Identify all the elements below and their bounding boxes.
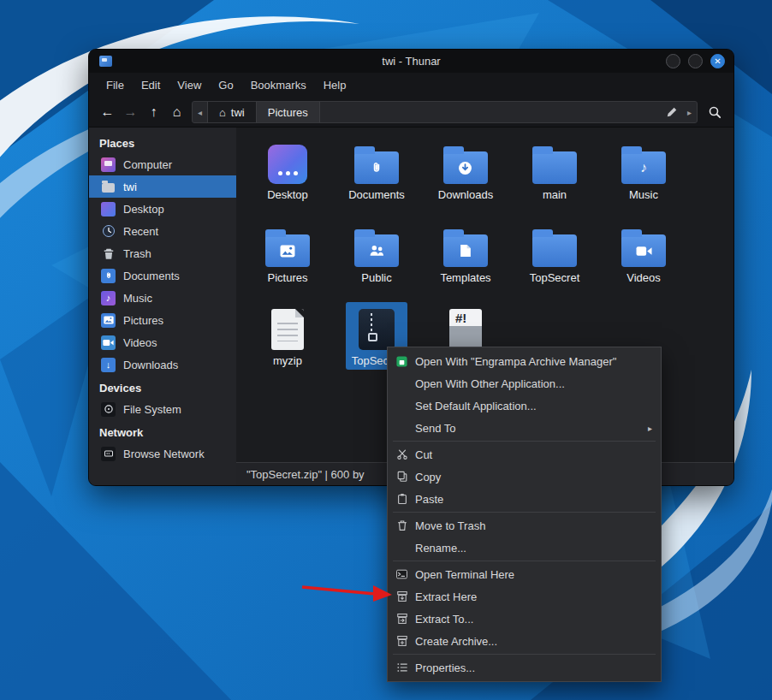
sidebar-item-music[interactable]: ♪ Music: [89, 287, 236, 309]
maximize-button[interactable]: [688, 54, 703, 68]
file-item-main[interactable]: main: [510, 136, 599, 219]
menu-item-set-default-application[interactable]: Set Default Application...: [388, 394, 661, 417]
file-item-music[interactable]: ♪ Music: [599, 136, 688, 219]
sidebar-item-label: File System: [123, 403, 181, 416]
sidebar-header-network: Network: [89, 420, 236, 442]
menu-item-create-archive[interactable]: Create Archive...: [388, 630, 661, 652]
sidebar-item-computer[interactable]: Computer: [89, 153, 236, 175]
menu-help[interactable]: Help: [315, 75, 355, 95]
desktop-folder-icon: [268, 145, 307, 184]
file-item-pictures[interactable]: Pictures: [243, 219, 332, 302]
extract-here-icon: [395, 590, 409, 604]
drive-icon: [101, 402, 116, 417]
sidebar-item-trash[interactable]: Trash: [89, 242, 236, 264]
home-crumb-icon: ⌂: [219, 106, 226, 119]
plain-folder-icon: [532, 151, 577, 184]
minimize-button[interactable]: [666, 54, 680, 68]
engrampa-icon: [395, 354, 409, 369]
menu-item-copy[interactable]: Copy: [388, 466, 661, 488]
file-item-documents[interactable]: Documents: [332, 136, 421, 219]
window-title: twi - Thunar: [89, 55, 733, 68]
menu-item-paste[interactable]: Paste: [388, 488, 661, 510]
menu-item-extract-here[interactable]: Extract Here: [388, 585, 661, 608]
file-item-myzip[interactable]: myzip: [243, 302, 332, 385]
file-item-downloads[interactable]: Downloads: [421, 136, 510, 219]
sidebar-item-label: Music: [123, 292, 152, 305]
breadcrumb-pictures-label: Pictures: [268, 106, 308, 119]
menu-item-cut[interactable]: Cut: [388, 443, 661, 466]
sidebar-item-label: Desktop: [123, 203, 164, 216]
menu-separator: [393, 512, 656, 513]
sidebar-item-label: Recent: [123, 225, 158, 238]
trash-icon: [395, 519, 409, 533]
file-label: Templates: [440, 271, 490, 284]
sidebar-item-desktop[interactable]: Desktop: [89, 198, 236, 220]
menu-edit[interactable]: Edit: [133, 75, 169, 95]
copy-icon: [395, 470, 409, 484]
file-label: Music: [629, 188, 658, 201]
network-icon: [101, 447, 116, 461]
menu-item-move-to-trash[interactable]: Move to Trash: [388, 514, 661, 537]
breadcrumb-home[interactable]: ⌂ twi: [207, 102, 257, 122]
breadcrumb-pictures[interactable]: Pictures: [257, 102, 320, 122]
documents-folder-icon: [354, 151, 399, 184]
titlebar[interactable]: twi - Thunar ✕: [89, 50, 733, 73]
file-item-templates[interactable]: Templates: [421, 219, 510, 302]
sidebar-item-videos[interactable]: Videos: [89, 331, 236, 353]
menu-item-properties[interactable]: Properties...: [388, 656, 661, 679]
toolbar: ← → ↑ ⌂ ◂ ⌂ twi Pictures ▸: [89, 98, 733, 128]
properties-icon: [395, 661, 409, 675]
videos-folder-icon: [621, 234, 666, 267]
file-item-desktop[interactable]: Desktop: [243, 136, 332, 219]
sidebar-item-recent[interactable]: Recent: [89, 220, 236, 242]
sidebar-item-label: Computer: [123, 158, 172, 171]
menu-go[interactable]: Go: [210, 75, 241, 95]
crumbs-scroll-left-icon[interactable]: ◂: [193, 108, 207, 117]
file-label: myzip: [273, 354, 302, 367]
file-label: main: [543, 188, 567, 201]
cut-icon: [395, 448, 409, 462]
crumbs-scroll-right-icon[interactable]: ▸: [682, 108, 697, 117]
path-bar: ◂ ⌂ twi Pictures ▸: [192, 101, 698, 123]
sidebar: Places Computer twi Desktop Recent: [89, 128, 236, 485]
menu-view[interactable]: View: [169, 75, 210, 95]
breadcrumb-home-label: twi: [231, 106, 245, 119]
file-label: Videos: [627, 271, 661, 284]
sidebar-item-documents[interactable]: Documents: [89, 264, 236, 287]
pictures-folder-icon: [265, 234, 310, 267]
home-icon[interactable]: ⌂: [165, 101, 188, 123]
menu-item-open-with-engrampa[interactable]: Open With "Engrampa Archive Manager": [388, 350, 661, 372]
music-note-icon: ♪: [640, 161, 647, 175]
menu-item-extract-to[interactable]: Extract To...: [388, 608, 661, 630]
sidebar-header-devices: Devices: [89, 376, 236, 398]
window-thumbnail-icon: [99, 56, 112, 67]
sidebar-item-label: Videos: [123, 336, 157, 349]
context-menu: Open With "Engrampa Archive Manager" Ope…: [387, 347, 662, 682]
file-item-topsecret-folder[interactable]: TopSecret: [510, 219, 599, 302]
music-folder-icon: ♪: [621, 151, 666, 184]
sidebar-item-browse-network[interactable]: Browse Network: [89, 442, 236, 465]
menu-item-send-to[interactable]: Send To ▸: [388, 417, 661, 439]
sidebar-item-label: Browse Network: [123, 448, 205, 460]
sidebar-item-file-system[interactable]: File System: [89, 398, 236, 420]
file-label: Downloads: [438, 188, 493, 201]
file-item-videos[interactable]: Videos: [599, 219, 688, 302]
up-arrow-icon[interactable]: ↑: [142, 101, 165, 123]
menu-bookmarks[interactable]: Bookmarks: [242, 75, 315, 95]
music-folder-icon: ♪: [101, 291, 116, 306]
menu-item-rename[interactable]: Rename...: [388, 537, 661, 559]
close-button[interactable]: ✕: [710, 54, 725, 68]
sidebar-item-downloads[interactable]: ↓ Downloads: [89, 353, 236, 376]
back-arrow-icon[interactable]: ←: [96, 101, 119, 123]
menu-file[interactable]: File: [98, 75, 133, 95]
documents-folder-icon: [101, 269, 116, 283]
search-icon[interactable]: [703, 101, 727, 123]
sidebar-item-pictures[interactable]: Pictures: [89, 309, 236, 331]
menu-item-open-terminal-here[interactable]: Open Terminal Here: [388, 563, 661, 585]
sidebar-item-twi[interactable]: twi: [89, 175, 236, 198]
edit-path-icon[interactable]: [662, 102, 682, 122]
menu-item-open-with-other[interactable]: Open With Other Application...: [388, 372, 661, 394]
forward-arrow-icon[interactable]: →: [119, 101, 142, 123]
file-label: Documents: [348, 188, 405, 201]
file-item-public[interactable]: Public: [332, 219, 421, 302]
